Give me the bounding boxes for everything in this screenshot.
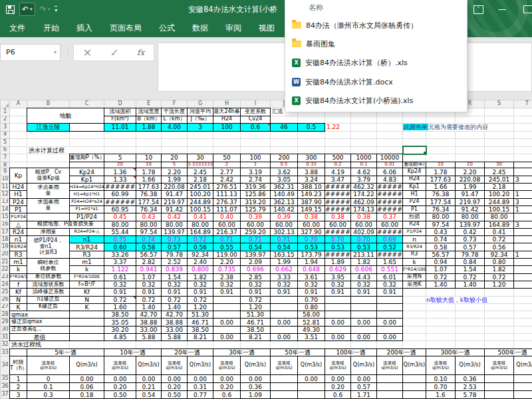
cell-L18[interactable]: 0.70 bbox=[325, 236, 351, 243]
cell-J20[interactable]: 163.15 bbox=[271, 251, 298, 258]
cell-P20[interactable]: R3 bbox=[403, 251, 426, 258]
cell-D29[interactable]: 35.05 bbox=[104, 319, 136, 326]
cell-M13[interactable]: 462.09 bbox=[351, 198, 377, 205]
cell-D18[interactable]: 0.75 bbox=[104, 236, 136, 243]
cell-D25[interactable]: 0.91 bbox=[104, 289, 136, 296]
cell-G20[interactable]: 92.34 bbox=[188, 251, 213, 258]
cell-F31[interactable]: 5.88 bbox=[162, 333, 188, 340]
cell-E27[interactable]: 1.40 bbox=[136, 303, 162, 311]
cell-L27[interactable] bbox=[325, 303, 351, 311]
cell-M34[interactable]: Q(m3/s) bbox=[351, 356, 377, 375]
cell-K7[interactable]: 300 bbox=[298, 154, 325, 162]
cell-N15[interactable]: 0.37 bbox=[377, 213, 403, 221]
cell-F21[interactable]: 2.52 bbox=[162, 259, 188, 266]
cell-R8[interactable]: 20 bbox=[456, 162, 485, 168]
cell-A2[interactable] bbox=[10, 116, 27, 124]
cell-M26[interactable] bbox=[351, 296, 377, 303]
cell-J11[interactable]: 362.31 bbox=[271, 184, 298, 191]
cell-F2[interactable]: L（km） bbox=[162, 116, 188, 124]
cell-K35[interactable]: 0.00 bbox=[298, 375, 325, 383]
cell-N16[interactable]: 60.00 bbox=[377, 221, 403, 228]
cell-C19[interactable]: R3/R24 bbox=[70, 243, 104, 251]
cell-J15[interactable]: 0.39 bbox=[271, 213, 298, 221]
cell-D17[interactable]: 55.44 bbox=[104, 228, 136, 235]
cell-R11[interactable]: 1.99 bbox=[456, 184, 485, 191]
cell-R22[interactable]: 1.54 bbox=[456, 266, 485, 273]
cell-B25[interactable]: 洪峰修正系数 bbox=[27, 289, 70, 296]
cell-N8[interactable]: 0.01 bbox=[377, 162, 403, 168]
customize-qat-icon[interactable]: ▾ bbox=[55, 6, 57, 13]
cell-A36[interactable]: 2 bbox=[10, 383, 27, 391]
cell-C25[interactable]: Kf bbox=[70, 289, 104, 296]
cell-Q32[interactable] bbox=[426, 341, 456, 349]
row-header-20[interactable]: 20 bbox=[1, 251, 10, 258]
cell-T34[interactable]: Q(m3/s) bbox=[514, 356, 532, 375]
cell-A23[interactable]: F*R24/1000 bbox=[10, 273, 27, 281]
cell-G32[interactable] bbox=[188, 341, 213, 349]
row-header-6[interactable]: 6 bbox=[1, 146, 10, 154]
cell-B34[interactable]: 流量模 q(m3/s) bbox=[27, 356, 70, 375]
cell-Q24[interactable]: 1.40 bbox=[426, 281, 456, 288]
cell-G11[interactable]: 245.01 bbox=[188, 184, 213, 191]
cell-F30[interactable]: 33.00 bbox=[162, 326, 188, 333]
cell-D10[interactable]: 1.33 bbox=[104, 176, 136, 183]
cell-S32[interactable] bbox=[485, 341, 514, 349]
cell-M18[interactable]: 0.70 bbox=[351, 236, 377, 243]
enter-icon[interactable]: ✓ bbox=[110, 47, 118, 59]
file-item[interactable]: 安徽84办法水文计算(小桥涵).xls bbox=[292, 96, 413, 106]
cell-A16[interactable]: △ bbox=[10, 221, 27, 228]
cell-K24[interactable]: 0.32 bbox=[298, 281, 325, 288]
cell-L10[interactable]: 3.47 bbox=[325, 176, 351, 183]
cell-N18[interactable]: 0.69 bbox=[377, 236, 403, 243]
cell-E18[interactable]: 0.74 bbox=[136, 236, 162, 243]
cell-T7[interactable] bbox=[514, 154, 532, 162]
cell-S10[interactable]: 245.01 bbox=[485, 176, 514, 183]
cell-F20[interactable]: 79.78 bbox=[162, 251, 188, 258]
cell-P21[interactable]: k bbox=[403, 259, 426, 266]
cell-A5[interactable] bbox=[10, 139, 27, 147]
cell-T17[interactable] bbox=[514, 228, 532, 235]
cell-K13[interactable]: 387.90 bbox=[298, 198, 325, 205]
cell-L37[interactable]: 0.6 bbox=[325, 391, 351, 399]
cell-H32[interactable] bbox=[213, 341, 241, 349]
cell-E28[interactable]: 42.70 bbox=[136, 311, 162, 319]
cell-R10[interactable]: 220.08 bbox=[456, 176, 485, 183]
cell-Q4[interactable] bbox=[426, 131, 456, 139]
row-header-15[interactable]: 15 bbox=[1, 213, 10, 221]
cell-P18[interactable]: n bbox=[403, 236, 426, 243]
cell-G13[interactable]: 244.89 bbox=[188, 198, 213, 205]
cell-S30[interactable] bbox=[485, 326, 514, 333]
cell-K15[interactable]: 0.38 bbox=[298, 213, 325, 221]
cell-N37[interactable] bbox=[377, 391, 403, 399]
cell-P24[interactable]: 采用K bbox=[403, 281, 426, 288]
cell-N25[interactable]: 0.91 bbox=[377, 289, 403, 296]
cell-C34[interactable]: Q(m3/s) bbox=[70, 356, 104, 375]
cell-R32[interactable] bbox=[456, 341, 485, 349]
cell-D30[interactable]: 30.20 bbox=[104, 326, 136, 333]
cell-H7[interactable]: 50 bbox=[213, 154, 241, 162]
cell-Q5[interactable] bbox=[426, 139, 456, 147]
cell-L9[interactable]: 4.19 bbox=[325, 168, 351, 176]
cell-E24[interactable]: 0.32 bbox=[136, 281, 162, 288]
cell-F7[interactable]: 20 bbox=[162, 154, 188, 162]
cell-K4[interactable] bbox=[298, 131, 325, 139]
row-header-17[interactable]: 17 bbox=[1, 228, 10, 235]
cell-F36[interactable]: 0.20 bbox=[162, 383, 188, 391]
cell-K18[interactable]: 0.70 bbox=[298, 236, 325, 243]
cell-I28[interactable]: 51.30 bbox=[241, 311, 271, 319]
cell-G2[interactable]: J（‰） bbox=[188, 116, 213, 124]
cell-D15[interactable]: 0.45 bbox=[104, 213, 136, 221]
cell-H24[interactable]: 0.32 bbox=[213, 281, 241, 288]
cell-N27[interactable] bbox=[377, 303, 403, 311]
cell-I21[interactable]: 2.09 bbox=[241, 259, 271, 266]
cell-B21[interactable]: 瞬时单位 线参数 bbox=[27, 259, 70, 274]
cell-G16[interactable]: 80.00 bbox=[188, 221, 213, 228]
cell-G25[interactable]: 0.91 bbox=[188, 289, 213, 296]
cell-B4[interactable] bbox=[27, 131, 70, 139]
cell-J5[interactable] bbox=[271, 139, 298, 147]
cell-L26[interactable] bbox=[325, 296, 351, 303]
cell-C15[interactable]: P1/P24 bbox=[70, 213, 104, 221]
cell-S36[interactable] bbox=[485, 383, 514, 391]
cell-A18[interactable]: n1 bbox=[10, 236, 27, 243]
col-header-F[interactable]: F bbox=[162, 100, 188, 108]
